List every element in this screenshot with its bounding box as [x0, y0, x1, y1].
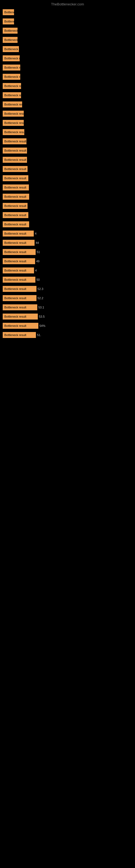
bar-row: Bottleneck result	[3, 202, 132, 210]
bar-row: Bottleneck result53.5	[3, 313, 132, 320]
header: TheBottlenecker.com	[0, 0, 135, 7]
bar-label: Bottleneck r	[3, 37, 17, 43]
bar-row: Bottleneck result44	[3, 239, 132, 247]
bar-label: Bottleneck result	[3, 323, 38, 329]
bar-label: Bottleneck result	[3, 332, 36, 338]
bar-label: Bottleneck	[3, 9, 14, 15]
bar-row: Bottleneck res	[3, 101, 132, 108]
bar-row: Bottleneck	[3, 18, 132, 25]
bar-row: Bottleneck result49	[3, 257, 132, 265]
bar-label: Bottleneck resu	[3, 111, 24, 117]
bar-label: Bottleneck result	[3, 166, 28, 172]
bar-label: Bottleneck result	[3, 304, 37, 310]
bar-label: Bottleneck result	[3, 221, 29, 227]
bar-value: 49	[35, 259, 39, 263]
bar-label: Bottleneck result	[3, 148, 27, 154]
bar-value: 4	[34, 232, 37, 235]
bar-label: Bottleneck r	[3, 46, 19, 52]
bar-label: Bottleneck re	[3, 65, 20, 70]
bar-row: Bottleneck result51.	[3, 331, 132, 339]
bar-row: Bottleneck re	[3, 64, 132, 71]
bar-row: Bottleneck result	[3, 184, 132, 191]
bar-row: Bottleneck result50	[3, 276, 132, 283]
bar-row: Bottleneck resu	[3, 128, 132, 136]
bar-row: Bottleneck result	[3, 165, 132, 173]
bar-row: Bottleneck result	[3, 137, 132, 145]
bar-value: 54%	[38, 324, 45, 328]
bar-label: Bottleneck result	[3, 249, 36, 255]
bar-label: Bottleneck result	[3, 295, 37, 301]
bar-label: Bottleneck result	[3, 194, 29, 199]
bar-value: 44	[35, 241, 39, 244]
bar-row: Bottleneck resu	[3, 110, 132, 118]
bar-row: Bottleneck result53.1	[3, 304, 132, 311]
bar-row: Bottleneck r	[3, 36, 132, 44]
bar-label: Bottleneck result	[3, 203, 28, 209]
bar-value: 51.	[36, 333, 41, 337]
bar-value: 4	[34, 269, 37, 272]
bar-row: Bottleneck r	[3, 27, 132, 34]
bar-label: Bottleneck resu	[3, 120, 24, 126]
bar-label: Bottleneck result	[3, 314, 38, 319]
bar-value: 50	[35, 278, 40, 281]
bar-label: Bottleneck re	[3, 55, 20, 61]
bar-row: Bottleneck result4	[3, 267, 132, 274]
bar-label: Bottleneck result	[3, 286, 37, 292]
bar-row: Bottleneck result	[3, 220, 132, 228]
bar-value: 53.5	[38, 315, 45, 318]
bar-value: 51	[36, 250, 40, 254]
bar-label: Bottleneck result	[3, 184, 29, 190]
bar-row: Bottleneck re	[3, 73, 132, 81]
bar-label: Bottleneck result	[3, 157, 27, 163]
bar-label: Bottleneck result	[3, 230, 34, 237]
bar-row: Bottleneck result4	[3, 230, 132, 237]
bar-label: Bottleneck re	[3, 83, 21, 89]
bar-row: Bottleneck re	[3, 55, 132, 62]
bar-row: Bottleneck re	[3, 91, 132, 99]
bar-label: Bottleneck	[3, 19, 14, 24]
bar-row: Bottleneck re	[3, 82, 132, 90]
bar-value: 52.2	[37, 297, 43, 300]
bar-label: Bottleneck result	[3, 277, 35, 283]
bar-row: Bottleneck result	[3, 156, 132, 163]
bar-label: Bottleneck result	[3, 268, 34, 273]
bar-row: Bottleneck result52.2	[3, 294, 132, 302]
bar-row: Bottleneck result	[3, 175, 132, 182]
bar-label: Bottleneck r	[3, 28, 17, 34]
bar-label: Bottleneck result	[3, 212, 28, 218]
bar-label: Bottleneck res	[3, 101, 22, 107]
bar-label: Bottleneck resu	[3, 129, 24, 135]
bar-row: Bottleneck result	[3, 193, 132, 200]
bar-value: 52.3	[37, 287, 43, 290]
bar-label: Bottleneck result	[3, 175, 28, 181]
bar-value: 53.1	[37, 306, 44, 309]
bar-row: Bottleneck result	[3, 211, 132, 219]
bar-label: Bottleneck result	[3, 240, 35, 246]
bar-row: Bottleneck result54%	[3, 322, 132, 330]
bar-label: Bottleneck result	[3, 138, 27, 144]
bar-label: Bottleneck re	[3, 92, 21, 98]
bar-row: Bottleneck resu	[3, 119, 132, 127]
bar-row: Bottleneck r	[3, 45, 132, 53]
bar-row: Bottleneck result	[3, 147, 132, 154]
bar-label: Bottleneck re	[3, 74, 20, 80]
bar-label: Bottleneck result	[3, 258, 35, 264]
bar-chart: BottleneckBottleneckBottleneck rBottlene…	[0, 7, 135, 341]
bar-row: Bottleneck result51	[3, 248, 132, 256]
bar-row: Bottleneck result52.3	[3, 285, 132, 293]
site-title: TheBottlenecker.com	[51, 2, 84, 6]
bar-row: Bottleneck	[3, 8, 132, 16]
